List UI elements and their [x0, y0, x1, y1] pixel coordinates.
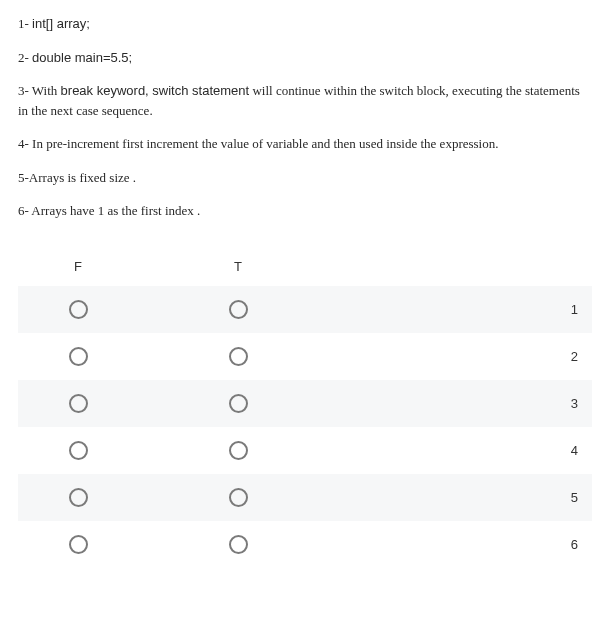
- statement-6: 6- Arrays have 1 as the first index .: [18, 201, 592, 221]
- row-number: 6: [338, 537, 592, 552]
- statement-5: 5-Arrays is fixed size .: [18, 168, 592, 188]
- header-true: T: [138, 259, 338, 274]
- radio-false-3[interactable]: [69, 394, 88, 413]
- answer-row-2: 2: [18, 333, 592, 380]
- row-number: 3: [338, 396, 592, 411]
- radio-cell-t: [138, 300, 338, 319]
- stmt-prefix: 4- In pre-increment first increment the …: [18, 136, 498, 151]
- radio-cell-t: [138, 347, 338, 366]
- statement-2: 2- double main=5.5;: [18, 48, 592, 68]
- answer-row-6: 6: [18, 521, 592, 568]
- stmt-prefix: 1-: [18, 16, 32, 31]
- header-row: F T: [18, 249, 592, 286]
- radio-false-6[interactable]: [69, 535, 88, 554]
- radio-false-2[interactable]: [69, 347, 88, 366]
- stmt-code: int[] array;: [32, 16, 90, 31]
- row-number: 5: [338, 490, 592, 505]
- stmt-prefix: 6- Arrays have 1 as the first index .: [18, 203, 200, 218]
- answer-row-1: 1: [18, 286, 592, 333]
- radio-true-6[interactable]: [229, 535, 248, 554]
- radio-true-2[interactable]: [229, 347, 248, 366]
- header-false: F: [18, 259, 138, 274]
- radio-true-1[interactable]: [229, 300, 248, 319]
- radio-false-4[interactable]: [69, 441, 88, 460]
- radio-cell-f: [18, 441, 138, 460]
- stmt-code: break keyword, switch statement: [61, 83, 250, 98]
- radio-cell-t: [138, 535, 338, 554]
- row-number: 2: [338, 349, 592, 364]
- answer-row-5: 5: [18, 474, 592, 521]
- stmt-prefix: 5-Arrays is fixed size .: [18, 170, 136, 185]
- statement-3: 3- With break keyword, switch statement …: [18, 81, 592, 120]
- stmt-prefix: 2-: [18, 50, 32, 65]
- stmt-prefix: 3- With: [18, 83, 61, 98]
- answer-row-3: 3: [18, 380, 592, 427]
- radio-cell-f: [18, 347, 138, 366]
- radio-cell-t: [138, 441, 338, 460]
- radio-cell-f: [18, 535, 138, 554]
- answer-row-4: 4: [18, 427, 592, 474]
- statement-4: 4- In pre-increment first increment the …: [18, 134, 592, 154]
- radio-cell-t: [138, 488, 338, 507]
- radio-true-4[interactable]: [229, 441, 248, 460]
- radio-true-3[interactable]: [229, 394, 248, 413]
- stmt-code: double main=5.5;: [32, 50, 132, 65]
- radio-true-5[interactable]: [229, 488, 248, 507]
- row-number: 4: [338, 443, 592, 458]
- radio-false-5[interactable]: [69, 488, 88, 507]
- radio-cell-f: [18, 488, 138, 507]
- statement-1: 1- int[] array;: [18, 14, 592, 34]
- row-number: 1: [338, 302, 592, 317]
- radio-cell-t: [138, 394, 338, 413]
- radio-false-1[interactable]: [69, 300, 88, 319]
- answer-grid: F T 1 2 3 4: [18, 249, 592, 568]
- radio-cell-f: [18, 394, 138, 413]
- statements-block: 1- int[] array; 2- double main=5.5; 3- W…: [18, 14, 592, 221]
- radio-cell-f: [18, 300, 138, 319]
